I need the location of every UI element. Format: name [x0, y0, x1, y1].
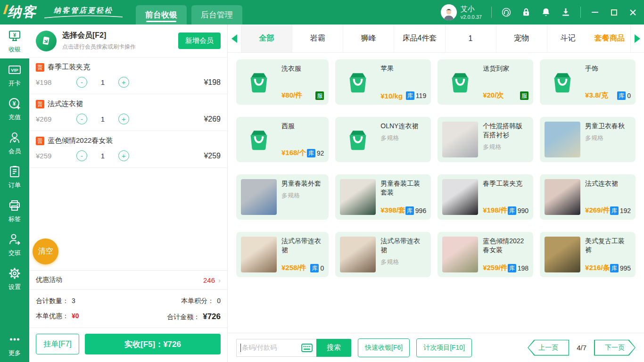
- product-image: [241, 122, 277, 157]
- category-next-arrow[interactable]: [631, 25, 644, 52]
- stock-count: 198: [518, 264, 528, 272]
- product-card[interactable]: 个性混搭韩版百搭衬衫多规格: [438, 117, 533, 162]
- product-price: ¥258/件: [281, 263, 306, 272]
- clear-cart-button[interactable]: 清空: [33, 239, 58, 264]
- nav-tab[interactable]: 前台收银: [136, 5, 187, 25]
- qty-plus-button[interactable]: +: [118, 150, 129, 161]
- product-name: 男童春装工装套装: [380, 179, 426, 197]
- product-card[interactable]: 送货到家¥20/次服: [438, 59, 533, 105]
- topbar-right: 艾小 v2.0.0.37: [441, 4, 637, 20]
- product-card[interactable]: 法式连衣裙¥269/件库192: [540, 174, 636, 220]
- promo-row[interactable]: 优惠活动 246 ›: [29, 270, 227, 289]
- app-logo-text: 纳客: [8, 4, 37, 19]
- cart-empty-area: 清空: [29, 168, 227, 270]
- sidebar-item-more[interactable]: 更多: [0, 328, 29, 362]
- member-select-header[interactable]: 选择会员[F2] 点击进行会员搜索或刷卡操作 新增会员: [29, 25, 227, 58]
- product-spec: 多规格: [483, 143, 528, 151]
- product-name: 苹果: [380, 64, 426, 73]
- product-spec: 多规格: [585, 134, 631, 142]
- product-spec: 多规格: [281, 191, 324, 200]
- sidebar-item-shift[interactable]: 交班: [0, 228, 29, 262]
- svg-text:¥: ¥: [13, 100, 16, 107]
- topbar-divider: [580, 7, 581, 18]
- product-card[interactable]: 法式吊带连衣裙¥258/件库0: [236, 232, 329, 277]
- sidebar-item-recharge[interactable]: ¥充值: [0, 92, 29, 126]
- keyboard-icon[interactable]: [301, 344, 313, 352]
- hold-order-button[interactable]: 挂单[F7]: [36, 334, 79, 354]
- next-page-button[interactable]: 下一页: [594, 340, 636, 356]
- app-version: v2.0.0.37: [461, 14, 482, 20]
- qty-plus-button[interactable]: +: [118, 77, 129, 88]
- nav-tab[interactable]: 后台管理: [191, 5, 242, 25]
- download-icon[interactable]: [561, 7, 571, 17]
- search-button[interactable]: 搜索: [316, 339, 351, 357]
- product-name: 法式连衣裙: [585, 179, 631, 188]
- sidebar-item-member[interactable]: 会员: [0, 126, 29, 160]
- barcode-input[interactable]: 条码/付款码: [236, 339, 316, 357]
- cart-item[interactable]: 普法式连衣裙¥269-1+¥269: [29, 94, 227, 131]
- sidebar-item-settings[interactable]: 设置: [0, 262, 29, 296]
- category-tab[interactable]: 岩霸: [292, 25, 343, 52]
- category-tab[interactable]: 床品4件套: [394, 25, 445, 52]
- qty-plus-button[interactable]: +: [118, 114, 129, 124]
- stock-badge: 库: [508, 264, 516, 272]
- sidebar-item-label: 标签: [8, 215, 21, 223]
- stock-badge: 库: [307, 149, 315, 157]
- pagination: 上一页 4/7 下一页: [528, 340, 636, 356]
- product-card[interactable]: 男童春装工装套装¥398/套库996: [335, 174, 431, 220]
- qty-minus-button[interactable]: -: [76, 77, 87, 88]
- sidebar-item-order[interactable]: 订单: [0, 160, 29, 194]
- sidebar-item-label-printer[interactable]: 标签: [0, 194, 29, 228]
- product-card[interactable]: 春季工装夹克¥198/件库990: [438, 174, 533, 220]
- count-item-button[interactable]: 计次项目[F10]: [416, 338, 472, 357]
- product-card[interactable]: 苹果¥10/kg库119: [335, 59, 431, 105]
- maximize-icon[interactable]: [609, 8, 619, 17]
- close-icon[interactable]: [628, 8, 637, 17]
- category-tab[interactable]: 斗记: [547, 25, 589, 52]
- minimize-icon[interactable]: [590, 8, 600, 17]
- product-spec: 多规格: [380, 258, 426, 266]
- category-prev-arrow[interactable]: [228, 25, 241, 52]
- service-icon[interactable]: [501, 7, 512, 17]
- order-total-value: ¥726: [203, 312, 221, 321]
- add-member-button[interactable]: 新增会员: [178, 33, 221, 49]
- product-photo: [340, 237, 376, 272]
- product-card[interactable]: 男童春装外套多规格: [236, 174, 329, 220]
- product-card[interactable]: 美式复古工装裤¥216/条库995: [540, 232, 636, 277]
- checkout-button[interactable]: 实收[F5]：¥726: [85, 334, 221, 354]
- qty-minus-button[interactable]: -: [76, 114, 87, 124]
- product-card[interactable]: 蓝色倾情2022春女装¥259/件库198: [438, 232, 533, 277]
- product-price: ¥198/件: [483, 206, 508, 215]
- lock-icon[interactable]: [521, 7, 531, 17]
- cart-item-qty: 1: [87, 152, 118, 160]
- category-tab[interactable]: 宠物: [496, 25, 547, 52]
- prev-page-button[interactable]: 上一页: [528, 340, 569, 356]
- category-tab[interactable]: 1: [445, 25, 496, 52]
- product-card[interactable]: 手饰¥3.8/克库0: [540, 59, 636, 105]
- product-card[interactable]: OLNY连衣裙多规格: [335, 117, 431, 162]
- main-nav-tabs: 前台收银后台管理: [136, 0, 247, 25]
- user-info[interactable]: 艾小 v2.0.0.37: [441, 4, 482, 20]
- page-indicator: 4/7: [577, 344, 586, 352]
- vip-card-icon: VIP: [8, 63, 21, 78]
- product-card[interactable]: 西服¥168/个库92: [236, 117, 329, 162]
- category-tab[interactable]: 狮峰: [343, 25, 394, 52]
- cart-item[interactable]: 普蓝色倾情2022春女装¥259-1+¥259: [29, 131, 227, 168]
- quick-cashier-button[interactable]: 快速收银[F6]: [358, 338, 410, 357]
- svg-text:¥: ¥: [13, 32, 17, 38]
- category-tab[interactable]: 全部: [241, 25, 292, 52]
- product-price: ¥10/kg: [380, 92, 403, 100]
- sidebar-item-label: 更多: [8, 349, 21, 357]
- text-caret: [240, 344, 241, 352]
- product-price: ¥20/次: [483, 91, 504, 100]
- qty-minus-button[interactable]: -: [76, 150, 87, 161]
- product-card[interactable]: 男童卫衣春秋多规格: [540, 117, 636, 162]
- sidebar-item-cashier[interactable]: ¥收银: [0, 25, 29, 58]
- bell-icon[interactable]: [541, 7, 551, 17]
- product-name: 送货到家: [483, 64, 528, 73]
- product-card[interactable]: 法式吊带连衣裙多规格: [335, 232, 431, 277]
- category-tab[interactable]: 套餐商品: [589, 25, 631, 52]
- product-card[interactable]: 洗衣服¥80/件服: [236, 59, 329, 105]
- cart-item[interactable]: 普春季工装夹克¥198-1+¥198: [29, 58, 227, 94]
- sidebar-item-vip-card[interactable]: VIP开卡: [0, 58, 29, 92]
